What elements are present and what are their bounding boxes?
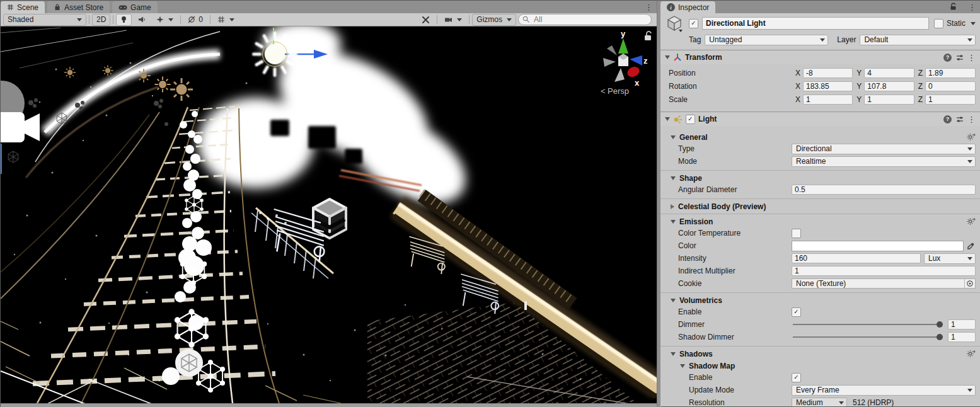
gear-plus-icon[interactable]	[966, 350, 976, 358]
scene-search-input[interactable]	[533, 14, 647, 25]
gizmos-dropdown[interactable]: Gizmos	[472, 14, 516, 26]
foldout-collapsed-icon[interactable]	[671, 204, 674, 209]
component-tools-button[interactable]	[417, 14, 434, 26]
light-enabled-checkbox[interactable]: ✓	[686, 115, 695, 124]
gear-plus-icon[interactable]	[966, 133, 976, 141]
resolution-dropdown[interactable]: Medium	[792, 398, 847, 407]
foldout-icon[interactable]	[665, 117, 670, 121]
section-volumetrics[interactable]: Volumetrics	[660, 295, 980, 306]
unlock-icon[interactable]	[645, 32, 651, 40]
projection-label[interactable]: Persp	[608, 86, 629, 96]
search-icon	[522, 16, 530, 23]
reflection-probe-icon[interactable]	[313, 199, 346, 238]
tab-game[interactable]: Game	[112, 1, 158, 13]
cookie-object-field[interactable]: None (Texture)	[792, 278, 976, 289]
section-shadows[interactable]: Shadows	[660, 348, 980, 359]
section-emission[interactable]: Emission	[660, 216, 980, 227]
axis-y-cone[interactable]	[618, 38, 628, 54]
axis-negz-cone[interactable]	[607, 45, 617, 55]
indirect-multiplier-field[interactable]: 1	[792, 266, 976, 276]
foldout-icon[interactable]	[665, 55, 670, 59]
foldout-icon[interactable]	[671, 176, 676, 180]
section-shadow-map[interactable]: Shadow Map	[660, 360, 980, 371]
volumetrics-enable-checkbox[interactable]: ✓	[792, 307, 801, 317]
component-menu-icon[interactable]: ⋮	[967, 54, 976, 62]
presets-icon[interactable]	[955, 54, 964, 61]
light-header[interactable]: ✓ Light ? ⋮	[660, 112, 980, 126]
scene-audio-toggle[interactable]	[134, 14, 150, 26]
section-celestial-body[interactable]: Celestial Body (Preview)	[660, 201, 980, 212]
transform-header[interactable]: Transform ? ⋮	[660, 50, 980, 64]
section-general[interactable]: General	[660, 132, 980, 142]
shadow-dimmer-slider[interactable]	[792, 332, 943, 342]
angular-diameter-field[interactable]: 0.5	[792, 185, 976, 195]
position-x-field[interactable]: -8	[803, 68, 853, 78]
color-swatch[interactable]	[792, 241, 964, 251]
layer-label: Layer	[837, 35, 856, 44]
rotation-y-field[interactable]: 107.8	[864, 81, 914, 91]
static-checkbox[interactable]	[934, 19, 943, 28]
tab-asset-store[interactable]: Asset Store	[47, 1, 110, 13]
help-icon[interactable]: ?	[943, 54, 952, 62]
static-dropdown-icon[interactable]	[971, 22, 976, 25]
foldout-icon[interactable]	[671, 220, 676, 224]
intensity-field[interactable]: 160	[792, 253, 921, 263]
scale-y-field[interactable]: 1	[864, 95, 914, 105]
light-type-dropdown[interactable]: Directional	[792, 144, 976, 154]
scene-tab-menu-icon[interactable]: ⋮	[645, 3, 653, 11]
axis-z-cone[interactable]	[630, 55, 642, 66]
resolution-detail: 512 (HDRP)	[853, 398, 894, 406]
scene-camera-dropdown[interactable]	[440, 14, 466, 26]
foldout-icon[interactable]	[680, 364, 685, 368]
eyedropper-icon[interactable]	[966, 242, 976, 250]
inspector-menu-icon[interactable]: ⋮	[968, 3, 976, 11]
intensity-unit-dropdown[interactable]: Lux	[924, 253, 976, 264]
tab-scene[interactable]: Scene	[1, 1, 45, 13]
shading-mode-dropdown[interactable]: Shaded	[3, 14, 86, 26]
rotation-z-field[interactable]: 0	[925, 81, 976, 91]
scene-viewport[interactable]: y z x < Persp	[1, 26, 657, 403]
gameobject-cube-icon[interactable]	[665, 14, 684, 33]
object-picker-icon[interactable]	[964, 279, 975, 288]
inspector-lock-icon[interactable]	[950, 3, 957, 11]
slider-handle[interactable]	[937, 321, 943, 328]
axis-negx-cone[interactable]	[603, 58, 616, 67]
shadow-dimmer-field[interactable]: 1	[948, 332, 976, 342]
position-y-field[interactable]: 4	[864, 68, 914, 78]
chevron-left-icon: <	[601, 86, 606, 96]
gameobject-active-checkbox[interactable]: ✓	[689, 19, 698, 28]
grid-visibility-dropdown[interactable]	[213, 14, 239, 26]
gameobject-name-field[interactable]: Directional Light	[702, 17, 929, 30]
update-mode-dropdown[interactable]: Every Frame	[792, 385, 976, 396]
dimmer-slider[interactable]	[792, 319, 943, 330]
foldout-icon[interactable]	[671, 135, 676, 139]
section-shape[interactable]: Shape	[660, 173, 980, 183]
rotation-x-field[interactable]: 183.85	[803, 81, 853, 91]
tag-dropdown[interactable]: Untagged	[705, 35, 828, 45]
light-mode-dropdown[interactable]: Realtime	[792, 156, 976, 167]
foldout-icon[interactable]	[671, 352, 676, 356]
presets-icon[interactable]	[955, 116, 964, 123]
slider-handle[interactable]	[937, 334, 943, 340]
scene-lighting-toggle[interactable]	[116, 14, 132, 26]
scale-x-field[interactable]: 1	[803, 95, 853, 105]
scene-visibility-toggle[interactable]: 0	[183, 14, 207, 26]
dimmer-field[interactable]: 1	[948, 319, 976, 330]
shadow-enable-checkbox[interactable]: ✓	[792, 373, 801, 382]
scene-3d-render	[1, 26, 657, 403]
foldout-icon[interactable]	[671, 299, 676, 302]
tag-label: Tag	[689, 35, 701, 44]
help-icon[interactable]: ?	[943, 115, 952, 123]
axis-x-cone[interactable]	[626, 65, 641, 79]
component-menu-icon[interactable]: ⋮	[967, 115, 976, 123]
2d-toggle-button[interactable]: 2D	[92, 14, 110, 26]
position-z-field[interactable]: 1.89	[925, 68, 976, 78]
layer-dropdown[interactable]: Default	[860, 35, 976, 45]
scale-z-field[interactable]: 1	[925, 95, 976, 105]
axis-negy-cone[interactable]	[614, 68, 625, 82]
mode-row: Mode Realtime	[660, 155, 980, 168]
tab-inspector[interactable]: i Inspector	[660, 1, 715, 13]
gear-plus-icon[interactable]	[966, 217, 976, 226]
scene-effects-dropdown[interactable]	[152, 14, 178, 26]
color-temperature-checkbox[interactable]	[792, 229, 801, 238]
